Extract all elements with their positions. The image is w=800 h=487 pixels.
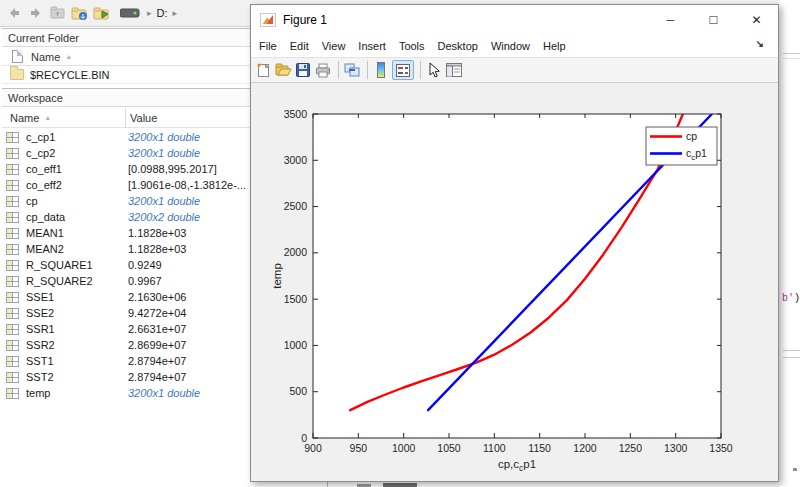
variable-name: c_cp2 [26, 147, 128, 159]
workspace-title: Workspace [8, 92, 63, 104]
menu-window[interactable]: Window [491, 40, 530, 52]
browse-folder-button[interactable] [70, 3, 90, 23]
matrix-icon [6, 260, 19, 271]
up-folder-icon [50, 6, 66, 20]
matrix-icon [6, 340, 19, 351]
variable-name: SSE2 [26, 307, 128, 319]
variable-name: cp_data [26, 211, 128, 223]
legend-box [646, 127, 717, 165]
open-file-button[interactable] [274, 61, 292, 79]
variable-value: 1.1828e+03 [128, 227, 186, 239]
legend[interactable]: cpccp1 [646, 127, 717, 165]
insert-colorbar-button[interactable] [372, 61, 390, 79]
y-tick-label: 500 [289, 385, 307, 397]
svg-text:✶: ✶ [256, 62, 263, 70]
forward-button[interactable] [26, 3, 46, 23]
variable-value: 3200x1 double [128, 131, 200, 143]
variable-value: 2.1630e+06 [128, 291, 186, 303]
matrix-icon [6, 212, 19, 223]
matrix-icon [6, 276, 19, 287]
matrix-icon [6, 180, 19, 191]
forward-arrow-icon [28, 5, 44, 21]
x-axis-label: cp,ccp1 [498, 458, 536, 473]
variable-name: R_SQUARE2 [26, 275, 128, 287]
variable-name: MEAN1 [26, 227, 128, 239]
matrix-icon [6, 372, 19, 383]
x-tick-label: 1350 [709, 442, 733, 454]
property-panel-icon [446, 63, 462, 77]
editor-window-sliver: b') [779, 0, 800, 487]
x-tick-label: 950 [350, 442, 368, 454]
insert-legend-button[interactable] [392, 60, 414, 80]
matrix-icon [6, 164, 19, 175]
variable-value: 2.8794e+07 [128, 355, 186, 367]
edit-plot-button[interactable] [425, 61, 443, 79]
new-figure-button[interactable]: ✶ [254, 61, 272, 79]
menu-tools[interactable]: Tools [399, 40, 425, 52]
minimize-button[interactable]: ─ [649, 5, 692, 34]
figure-titlebar[interactable]: Figure 1 ─ □ ✕ [251, 5, 778, 34]
print-figure-button[interactable] [314, 61, 332, 79]
save-icon [296, 63, 310, 77]
current-folder-name-header[interactable]: Name [31, 51, 60, 63]
maximize-button[interactable]: □ [692, 5, 735, 34]
editor-code-fragment: b') [782, 293, 800, 304]
dock-figure-icon[interactable]: ↘ [756, 38, 764, 49]
sort-ascending-icon: ▲ [44, 114, 51, 121]
variable-value: 9.4272e+04 [128, 307, 186, 319]
matrix-icon [6, 196, 19, 207]
current-folder-item-label: $RECYCLE.BIN [30, 69, 109, 81]
menu-help[interactable]: Help [543, 40, 566, 52]
workspace-name-header[interactable]: Name [10, 112, 39, 124]
sort-ascending-icon: ▲ [65, 53, 72, 60]
current-folder-title: Current Folder [8, 32, 79, 44]
breadcrumb-drive[interactable]: D: [157, 7, 168, 19]
x-tick-label: 1250 [619, 442, 643, 454]
figure-canvas: 9009501000105011001150120012501300135005… [251, 83, 778, 481]
variable-name: SSE1 [26, 291, 128, 303]
matrix-icon [6, 308, 19, 319]
matlab-logo-icon [260, 13, 276, 27]
save-figure-button[interactable] [294, 61, 312, 79]
folder-search-icon [71, 6, 89, 21]
open-folder-button[interactable] [92, 3, 112, 23]
menu-view[interactable]: View [322, 40, 346, 52]
column-divider[interactable] [125, 108, 126, 128]
workspace-value-header[interactable]: Value [130, 112, 157, 124]
matrix-icon [6, 228, 19, 239]
printer-icon [315, 63, 331, 78]
plot: 9009501000105011001150120012501300135005… [251, 83, 778, 481]
file-icon [12, 50, 23, 63]
variable-value: 3200x1 double [128, 195, 200, 207]
variable-value: [0.0988,995.2017] [128, 163, 217, 175]
variable-value: 3200x1 double [128, 147, 200, 159]
matrix-icon [6, 244, 19, 255]
menu-file[interactable]: File [259, 40, 277, 52]
matrix-icon [6, 388, 19, 399]
variable-value: 0.9249 [128, 259, 162, 271]
menu-insert[interactable]: Insert [358, 40, 386, 52]
menu-desktop[interactable]: Desktop [438, 40, 478, 52]
y-axis-label: temp [271, 263, 283, 289]
variable-value: 3200x2 double [128, 211, 200, 223]
x-tick-label: 1050 [437, 442, 461, 454]
back-button[interactable] [4, 3, 24, 23]
close-button[interactable]: ✕ [735, 5, 778, 34]
drive-icon [120, 3, 140, 23]
colorbar-icon [376, 62, 386, 78]
y-tick-label: 3000 [284, 154, 308, 166]
property-inspector-button[interactable] [445, 61, 463, 79]
x-tick-label: 1100 [483, 442, 506, 454]
variable-name: MEAN2 [26, 243, 128, 255]
x-tick-label: 1000 [392, 442, 416, 454]
menu-edit[interactable]: Edit [290, 40, 309, 52]
breadcrumb-separator-icon: ▸ [173, 8, 178, 18]
variable-value: 1.1828e+03 [128, 243, 186, 255]
variable-name: co_eff1 [26, 163, 128, 175]
up-one-level-button[interactable] [48, 3, 68, 23]
legend-icon [396, 64, 410, 77]
link-plot-button[interactable] [343, 61, 361, 79]
cursor-arrow-icon [428, 62, 440, 78]
matrix-icon [6, 356, 19, 367]
figure-menubar: File Edit View Insert Tools Desktop Wind… [251, 34, 778, 58]
